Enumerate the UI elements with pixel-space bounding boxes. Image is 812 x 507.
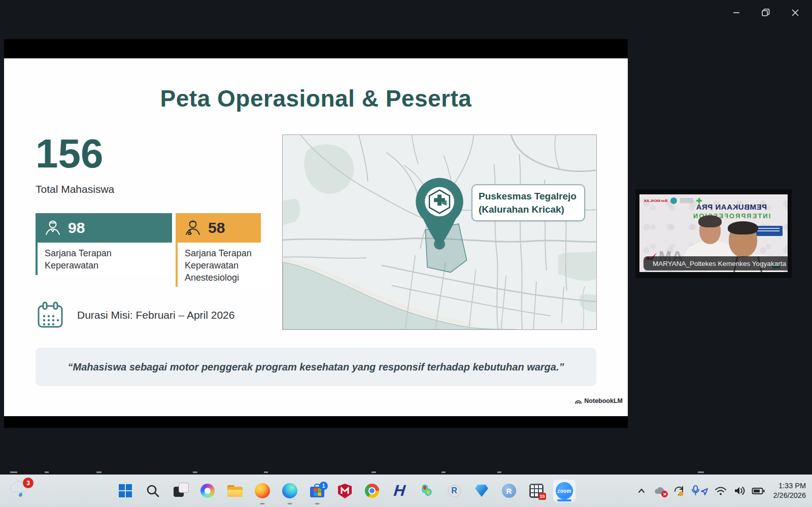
copilot-button[interactable] — [194, 475, 221, 507]
pin-label-subtitle: (Kalurahan Kricak) — [479, 203, 578, 216]
participant-video-tile[interactable]: BerAKHLAK PEMBUKAAN PRA INTERPROFESSION — [635, 189, 792, 278]
screen-artifact — [193, 471, 197, 473]
pin-label-title: Puskesmas Tegalrejo — [479, 190, 578, 203]
sync-arrows-icon — [672, 485, 686, 497]
tray-date: 2/26/2026 — [773, 491, 806, 500]
health-cross-logo — [696, 198, 702, 204]
berakhlak-logo: BerAKHLAK — [644, 198, 667, 203]
hidden-icons-button[interactable] — [634, 484, 649, 498]
shared-screen: Peta Operasional & Peserta 156 Total Mah… — [4, 39, 628, 428]
taskbar: 3 — [0, 475, 812, 507]
banner-logo-text — [680, 198, 693, 203]
start-button[interactable] — [112, 475, 139, 507]
apps-grid-icon: 15 — [529, 484, 544, 498]
total-students-value: 156 — [36, 133, 103, 174]
screen-artifact — [442, 471, 446, 473]
restore-icon — [761, 8, 770, 17]
screen-artifact — [497, 471, 501, 473]
file-explorer-icon — [227, 484, 243, 497]
window-controls — [727, 4, 805, 21]
microsoft-store-icon: 1 — [310, 484, 324, 498]
slide-letterbox-bottom — [4, 416, 628, 428]
stat-card-anestesiologi: 58 Sarjana Terapan Keperawatan Anestesio… — [176, 213, 271, 287]
student-stats: 98 Sarjana Terapan Keperawatan 58 Sarjan… — [36, 213, 271, 287]
weather-widget[interactable]: 3 — [8, 479, 35, 503]
close-icon — [791, 9, 799, 17]
gem-diamond-icon — [475, 485, 488, 497]
zoom-app-button[interactable]: zoom — [550, 475, 579, 507]
battery-tray-button[interactable] — [751, 484, 765, 498]
microphone-location-icon — [691, 485, 708, 497]
h-app-icon: H — [393, 482, 406, 500]
notebooklm-label: NotebookLM — [584, 397, 623, 404]
screen-artifact — [264, 471, 268, 473]
participant-video: BerAKHLAK PEMBUKAAN PRA INTERPROFESSION — [639, 194, 788, 272]
slide-title: Peta Operasional & Peserta — [4, 85, 628, 112]
zoom-icon: zoom — [556, 482, 573, 499]
close-button[interactable] — [786, 4, 805, 21]
microsoft-store-button[interactable]: 1 — [303, 475, 331, 507]
screen-artifact — [371, 471, 376, 473]
task-view-button[interactable] — [166, 475, 194, 507]
zoom-active-highlight: zoom — [553, 479, 576, 502]
wifi-icon — [714, 485, 727, 496]
file-explorer-button[interactable] — [221, 475, 249, 507]
r-language-button[interactable]: R — [441, 475, 468, 507]
search-icon — [146, 484, 160, 498]
notebooklm-icon — [574, 398, 582, 404]
quote-text: “Mahasiswa sebagai motor penggerak progr… — [67, 361, 564, 373]
chrome-button[interactable] — [358, 475, 386, 507]
chevron-up-icon — [636, 486, 647, 496]
nurse-icon — [44, 219, 62, 237]
battery-icon — [752, 485, 765, 497]
notebooklm-brand: NotebookLM — [574, 397, 623, 404]
institution-logo — [670, 197, 677, 204]
weather-badge: 3 — [23, 478, 33, 488]
volume-tray-button[interactable] — [732, 484, 747, 498]
firefox-button[interactable] — [249, 475, 276, 507]
edge-button[interactable] — [276, 475, 303, 507]
presentation-slide: Peta Operasional & Peserta 156 Total Mah… — [4, 58, 628, 416]
apps-badge: 15 — [538, 493, 546, 500]
mic-location-tray-button[interactable] — [691, 484, 709, 498]
wifi-tray-button[interactable] — [714, 484, 728, 498]
minimize-icon — [732, 9, 740, 17]
calendar-icon — [37, 301, 64, 329]
screen-artifact — [698, 471, 704, 473]
minimize-button[interactable] — [727, 4, 746, 21]
city-map — [283, 135, 596, 329]
rstudio-button[interactable]: R — [495, 475, 523, 507]
gis-app-button[interactable] — [413, 475, 441, 507]
participant-name: MARYANA_Poltekes Kemenkes Yogyakarta — [653, 260, 786, 267]
h-app-button[interactable]: H — [386, 475, 413, 507]
system-tray: ✕ — [634, 475, 806, 507]
onedrive-tray-button[interactable]: ✕ — [653, 484, 667, 498]
apps-grid-button[interactable]: 15 — [523, 475, 550, 507]
total-students-label: Total Mahasiswa — [36, 183, 114, 195]
stat-label: Sarjana Terapan Keperawatan Anestesiolog… — [185, 248, 271, 284]
zoom-running-indicator — [557, 499, 571, 501]
screen-artifact — [45, 471, 49, 473]
search-button[interactable] — [139, 475, 166, 507]
clock-widget[interactable]: 1:33 PM 2/26/2026 — [773, 481, 806, 500]
mcafee-button[interactable] — [331, 475, 358, 507]
stat-label: Sarjana Terapan Keperawatan — [45, 248, 131, 272]
screen-artifact — [96, 471, 101, 473]
mcafee-shield-icon — [338, 484, 352, 498]
store-badge: 1 — [319, 482, 328, 490]
banner-logos: BerAKHLAK — [644, 197, 702, 204]
taskbar-icons: 1 H — [112, 475, 579, 507]
sync-tray-button[interactable] — [672, 484, 686, 498]
doctor-icon — [184, 219, 202, 237]
rstudio-icon: R — [502, 484, 516, 498]
screen-artifact — [10, 471, 17, 473]
map-pin-label: Puskesmas Tegalrejo (Kalurahan Kricak) — [471, 184, 585, 221]
banner-text: PEMBUKAAN PRA INTERPROFESSION — [678, 202, 785, 220]
speaker-icon — [733, 485, 746, 497]
stat-value: 98 — [68, 219, 85, 236]
zoom-meeting-screen: Peta Operasional & Peserta 156 Total Mah… — [0, 0, 812, 507]
tray-time: 1:33 PM — [773, 481, 806, 491]
map-panel: Puskesmas Tegalrejo (Kalurahan Kricak) — [282, 134, 597, 330]
gem-app-button[interactable] — [468, 475, 495, 507]
restore-button[interactable] — [756, 4, 775, 21]
